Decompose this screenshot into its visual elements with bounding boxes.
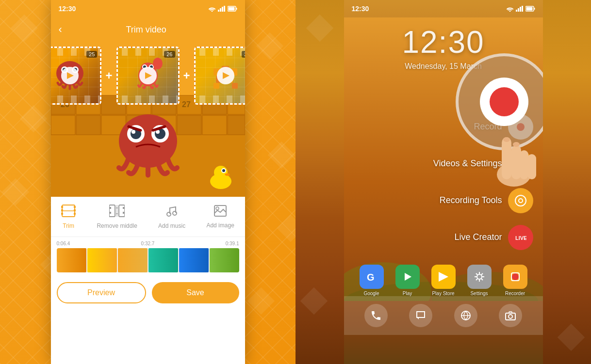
preview-button[interactable]: Preview — [57, 282, 146, 303]
film-strip-3: 27 — [194, 47, 245, 105]
tab-add-image[interactable]: Add image — [201, 202, 239, 231]
right-status-icons — [506, 6, 535, 12]
svg-point-115 — [509, 315, 512, 318]
svg-point-56 — [214, 166, 228, 179]
timeline: 0:06.4 0:32.7 0:39.1 — [51, 237, 245, 276]
dock-camera[interactable] — [499, 304, 522, 327]
playstore-icon — [431, 265, 456, 289]
phone-frame-right: 12:30 — [344, 0, 543, 364]
status-bar-right-icons — [208, 6, 237, 12]
svg-rect-36 — [51, 115, 75, 135]
page-title: Trim video — [70, 25, 223, 35]
svg-rect-1 — [220, 8, 221, 12]
home-icons-row: G Google Play — [344, 265, 543, 296]
svg-text:G: G — [367, 272, 375, 283]
status-bar-left: 12:30 — [51, 0, 245, 17]
save-button[interactable]: Save — [152, 282, 239, 303]
home-icon-play[interactable]: Play — [395, 265, 420, 296]
tab-add-music[interactable]: Add music — [153, 202, 190, 232]
camera-icon — [505, 310, 516, 321]
action-buttons: Preview Save — [51, 276, 245, 309]
svg-point-105 — [519, 199, 522, 202]
svg-rect-26 — [232, 83, 238, 89]
play-label: Play — [403, 291, 412, 296]
svg-point-76 — [167, 212, 171, 216]
plus-sign-2: + — [183, 69, 190, 82]
add-image-icon — [213, 205, 227, 220]
svg-rect-25 — [213, 83, 219, 89]
svg-rect-85 — [520, 7, 521, 12]
svg-rect-3 — [224, 6, 225, 12]
svg-rect-67 — [109, 205, 115, 217]
recording-tools-icon — [514, 194, 527, 207]
trim-icon — [61, 204, 76, 221]
home-icon-google[interactable]: G Google — [360, 265, 384, 296]
recording-tools-button[interactable] — [508, 188, 533, 213]
live-creator-button[interactable]: LIVE — [508, 225, 533, 250]
play-logo-icon — [401, 270, 414, 284]
recorder-logo-icon — [509, 270, 522, 284]
right-wifi-icon — [506, 6, 514, 12]
wifi-icon — [208, 6, 216, 12]
svg-point-51 — [131, 130, 135, 134]
home-icon-settings[interactable]: Settings — [467, 265, 492, 296]
settings-icon — [467, 265, 492, 289]
recorder-icon — [503, 265, 527, 289]
frame-number-2: 26 — [164, 51, 175, 58]
dock-messages[interactable] — [409, 304, 432, 327]
timestamp-end: 0:39.1 — [226, 241, 239, 246]
timeline-track[interactable] — [57, 248, 239, 272]
menu-item-live-creator[interactable]: Live Creator LIVE — [454, 225, 533, 250]
film-strip-frame-3[interactable]: 27 — [194, 47, 245, 105]
app-header: ‹ Trim video — [51, 17, 245, 42]
back-button[interactable]: ‹ — [59, 23, 62, 36]
plus-sign-1: + — [105, 69, 112, 82]
status-bar-right: 12:30 — [344, 0, 543, 17]
duck-character — [206, 163, 235, 192]
svg-point-77 — [173, 211, 177, 215]
play-button-3[interactable] — [217, 67, 234, 84]
playstore-logo-icon — [437, 270, 450, 284]
svg-rect-43 — [228, 115, 245, 135]
home-icon-recorder[interactable]: Recorder — [503, 265, 527, 296]
timestamp-start: 0:06.4 — [57, 241, 70, 246]
svg-rect-89 — [534, 8, 535, 10]
svg-rect-73 — [109, 212, 111, 214]
svg-text:LIVE: LIVE — [515, 235, 526, 241]
svg-rect-37 — [76, 115, 100, 135]
right-battery-icon — [525, 6, 535, 12]
menu-item-recording-tools[interactable]: Recording Tools — [440, 188, 533, 213]
film-strip-frame-1[interactable]: 25 — [51, 47, 102, 105]
svg-point-18 — [153, 58, 163, 69]
svg-point-111 — [512, 273, 519, 280]
right-panel: 12:30 — [296, 0, 591, 364]
playstore-label: Play Store — [432, 291, 454, 296]
film-strip-frame-2[interactable]: 26 — [116, 47, 180, 105]
timeline-seg-1 — [57, 248, 86, 272]
google-label: Google — [363, 291, 379, 296]
timeline-seg-6 — [210, 248, 239, 272]
battery-icon — [228, 6, 237, 12]
svg-rect-84 — [518, 8, 519, 12]
hand-pointer-icon — [485, 116, 543, 189]
dock-phone[interactable] — [364, 304, 388, 327]
right-signal-icon — [516, 6, 524, 12]
play-button-2[interactable] — [139, 67, 157, 84]
recorder-label: Recorder — [505, 291, 525, 296]
svg-point-96 — [503, 137, 510, 142]
home-icon-playstore[interactable]: Play Store — [431, 265, 456, 296]
lock-screen: 12:30 — [344, 0, 543, 364]
tab-trim[interactable]: Trim — [56, 202, 81, 232]
svg-point-97 — [513, 142, 520, 147]
svg-rect-94 — [527, 154, 536, 179]
svg-point-79 — [216, 207, 219, 210]
frame-number-1: 25 — [86, 51, 97, 58]
dock-browser[interactable] — [454, 304, 477, 327]
big-record-container — [456, 53, 543, 150]
tab-remove-middle[interactable]: Remove middle — [92, 202, 142, 232]
svg-rect-86 — [522, 6, 523, 12]
recording-tools-label: Recording Tools — [440, 195, 502, 206]
messages-icon — [415, 310, 427, 321]
film-strip-1: 25 — [51, 47, 102, 105]
gear-icon — [473, 270, 486, 284]
